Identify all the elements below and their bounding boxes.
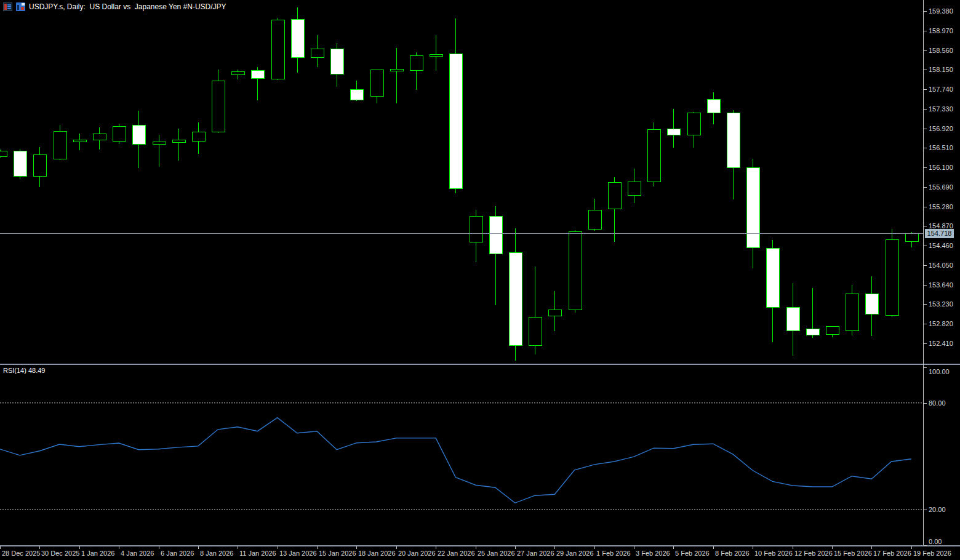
candle	[727, 110, 740, 199]
candle	[548, 291, 561, 331]
price-axis-label: 158.560	[929, 47, 953, 54]
candlestick-chart[interactable]	[0, 0, 923, 364]
price-tick	[924, 324, 927, 324]
date-tick	[159, 546, 159, 549]
price-axis-label: 156.510	[929, 145, 953, 151]
candle	[846, 285, 858, 335]
bull-candle-body	[846, 294, 858, 330]
bear-candle-body	[14, 151, 26, 176]
date-axis-label: 8 Jan 2026	[200, 550, 233, 557]
bear-candle-body	[330, 49, 343, 74]
rsi-axis-label: 0.00	[929, 538, 942, 545]
candle	[330, 43, 343, 87]
price-tick	[924, 207, 927, 207]
date-tick	[673, 546, 674, 549]
candle	[529, 266, 542, 354]
date-tick	[278, 546, 278, 549]
bear-candle-body	[727, 113, 740, 167]
date-tick	[317, 546, 318, 549]
candle	[509, 228, 522, 361]
bull-candle-body	[192, 132, 205, 142]
bull-candle-body	[470, 216, 482, 242]
bear-candle-body	[449, 54, 462, 189]
date-tick	[476, 546, 476, 549]
candle	[628, 169, 641, 204]
bull-candle-body	[212, 81, 225, 132]
rsi-chart[interactable]	[0, 365, 923, 546]
date-axis-label: 11 Jan 2026	[239, 550, 276, 557]
price-axis[interactable]: 159.380158.970158.560158.150157.740157.3…	[923, 0, 960, 545]
candle	[14, 149, 26, 179]
price-axis-label: 154.050	[929, 262, 953, 269]
bull-candle-body	[370, 70, 383, 96]
date-tick	[871, 546, 872, 549]
candle	[231, 70, 244, 79]
price-tick	[924, 31, 927, 31]
mt-chart-window: { "window": { "title": "USDJPY.s, Daily:…	[0, 0, 960, 560]
date-axis-label: 29 Jan 2026	[556, 550, 594, 557]
date-axis-label: 30 Dec 2025	[41, 550, 79, 557]
date-tick	[515, 546, 516, 549]
price-axis-label: 152.410	[929, 340, 953, 347]
candle	[489, 206, 502, 305]
rsi-axis-label: 80.00	[929, 400, 946, 407]
date-axis-label: 13 Jan 2026	[279, 550, 317, 557]
candle	[588, 199, 601, 231]
candle	[251, 67, 264, 100]
candle	[113, 124, 126, 144]
bull-candle-body	[231, 71, 244, 74]
date-axis-label: 10 Feb 2026	[754, 550, 793, 557]
candle	[746, 159, 759, 268]
rsi-line	[0, 418, 911, 503]
date-tick	[713, 546, 714, 549]
date-axis-label: 3 Feb 2026	[636, 550, 670, 557]
date-tick	[832, 546, 833, 549]
rsi-indicator-pane[interactable]: RSI(14) 48.49	[0, 365, 923, 546]
rsi-tick	[924, 510, 927, 510]
date-axis-label: 28 Dec 2025	[2, 550, 40, 557]
bull-candle-body	[905, 233, 918, 241]
rsi-tick	[924, 545, 927, 546]
price-tick	[924, 148, 927, 148]
candle	[886, 229, 898, 317]
date-axis-label: 5 Feb 2026	[675, 550, 710, 557]
candle	[707, 92, 720, 124]
candle	[569, 230, 582, 313]
candle	[470, 210, 482, 262]
bear-candle-body	[707, 99, 720, 113]
pane-separator[interactable]	[0, 364, 960, 365]
bear-candle-body	[291, 19, 304, 57]
bull-candle-body	[390, 70, 403, 71]
candle	[33, 147, 46, 187]
bear-candle-body	[766, 248, 779, 308]
rsi-indicator-label: RSI(14) 48.49	[3, 367, 45, 374]
date-axis-label: 18 Jan 2026	[358, 550, 396, 557]
price-axis-label: 156.920	[929, 126, 953, 132]
price-axis-label: 157.740	[929, 86, 953, 93]
bull-candle-body	[886, 239, 898, 315]
price-tick	[924, 70, 927, 70]
price-tick	[924, 246, 927, 246]
date-tick	[238, 546, 238, 549]
bull-candle-body	[73, 140, 86, 142]
candle	[430, 35, 442, 71]
rsi-axis-label: 100.00	[929, 369, 950, 375]
candle	[192, 122, 205, 154]
price-tick	[924, 129, 927, 129]
date-axis[interactable]: 28 Dec 202530 Dec 20251 Jan 20264 Jan 20…	[0, 546, 960, 560]
quotes-table-icon	[3, 2, 12, 11]
date-tick	[594, 546, 595, 549]
date-axis-label: 4 Jan 2026	[121, 550, 154, 557]
date-axis-label: 1 Feb 2026	[596, 550, 631, 557]
rsi-tick	[924, 367, 927, 368]
bull-candle-body	[172, 140, 185, 143]
bull-candle-body	[569, 232, 582, 310]
main-chart-pane[interactable]: USDJPY.s, Daily: US Dollar vs Japanese Y…	[0, 0, 923, 364]
candle	[172, 129, 185, 161]
price-tick	[924, 226, 927, 226]
bear-candle-body	[746, 167, 759, 247]
price-axis-label: 155.280	[929, 204, 953, 210]
date-tick	[119, 546, 119, 549]
candle	[449, 18, 462, 193]
price-tick	[924, 167, 927, 168]
